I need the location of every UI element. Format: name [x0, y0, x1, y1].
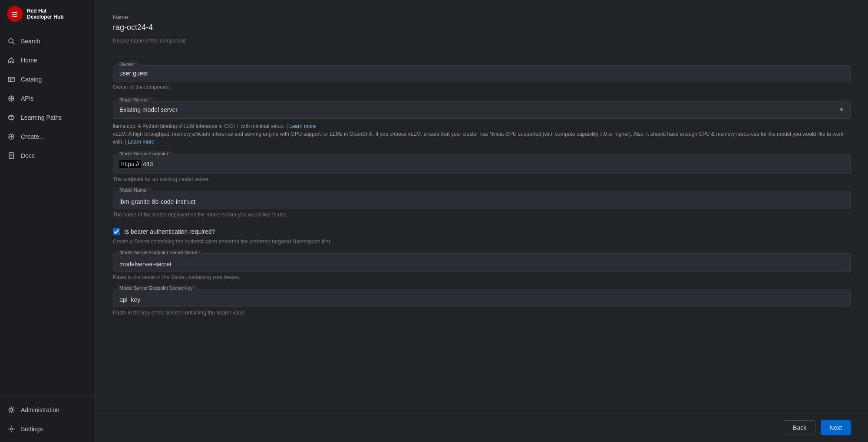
sidebar-bottom: Administration Settings	[0, 396, 95, 442]
owner-value: user:guest	[119, 70, 844, 77]
secret-key-input-wrapper[interactable]: Model Server Endpoint Secret Key *	[113, 289, 851, 307]
learn-more-link-2[interactable]: Learn more	[128, 139, 154, 145]
name-label: Name*	[113, 14, 851, 20]
svg-point-17	[10, 409, 13, 411]
svg-rect-4	[8, 77, 14, 82]
sidebar-brand: Red Hat Developer Hub	[0, 0, 95, 28]
svg-point-18	[10, 428, 13, 430]
sidebar-item-label-create: Create...	[21, 133, 44, 140]
secret-key-float-label: Model Server Endpoint Secret Key *	[118, 285, 198, 291]
bearer-auth-label: Is bearer authentication required?	[124, 228, 215, 235]
sidebar-item-catalog[interactable]: Catalog	[0, 70, 95, 89]
secret-key-section: Model Server Endpoint Secret Key *	[113, 289, 851, 307]
secret-name-section: Model Server Endpoint Secret Name *	[113, 253, 851, 272]
sidebar-item-search[interactable]: Search	[0, 32, 95, 51]
back-button[interactable]: Back	[784, 420, 815, 435]
sidebar: Red Hat Developer Hub Search Home	[0, 0, 96, 442]
secret-name-input-wrapper[interactable]: Model Server Endpoint Secret Name *	[113, 253, 851, 272]
bearer-auth-row: Is bearer authentication required?	[113, 228, 851, 235]
sidebar-item-label-settings: Settings	[21, 426, 43, 432]
brand-line2: Developer Hub	[27, 14, 64, 20]
administration-icon	[7, 406, 16, 414]
next-button[interactable]: Next	[821, 420, 851, 435]
sidebar-item-label-docs: Docs	[21, 152, 35, 159]
endpoint-hint: The endpoint for an existing model serve…	[113, 176, 851, 182]
model-server-info-line2: vLLM: A high throughput, memory efficien…	[113, 131, 844, 145]
model-name-hint: The name of the model deployed on the mo…	[113, 212, 851, 218]
sidebar-item-create[interactable]: Create...	[0, 127, 95, 146]
secret-key-input[interactable]	[119, 296, 844, 303]
bearer-auth-section: Is bearer authentication required? Creat…	[113, 228, 851, 245]
secret-key-hint: Paste in the key of the Secret containin…	[113, 310, 851, 316]
sidebar-nav: Search Home Catalog	[0, 28, 95, 396]
owner-section: Owner * user:guest Owner of the componen…	[113, 65, 851, 90]
model-server-select-inner[interactable]: Existing model server ▼	[113, 101, 850, 118]
model-server-value: Existing model server	[119, 106, 178, 113]
bearer-auth-hint: Create a Secret containing the authentic…	[113, 239, 851, 245]
model-server-info: llama.cpp: A Python binding of LLM infer…	[113, 122, 851, 146]
apis-icon	[7, 94, 16, 103]
model-name-input[interactable]	[119, 198, 844, 205]
sidebar-brand-text: Red Hat Developer Hub	[27, 8, 64, 20]
sidebar-item-label-learning-paths: Learning Paths	[21, 114, 62, 121]
model-name-section: Model Name *	[113, 191, 851, 209]
endpoint-float-label: Model Server Endpoint *	[118, 151, 173, 156]
sidebar-item-docs[interactable]: Docs	[0, 146, 95, 165]
settings-icon	[7, 425, 16, 433]
create-icon	[7, 132, 16, 141]
endpoint-https-prefix: https://	[119, 160, 141, 168]
bottom-actions: Back Next	[96, 413, 868, 442]
model-server-select-wrapper[interactable]: Model Server * Existing model server ▼	[113, 101, 851, 119]
bearer-auth-checkbox[interactable]	[113, 228, 120, 235]
sidebar-item-label-home: Home	[21, 57, 37, 64]
learn-more-link-1[interactable]: Learn more	[289, 123, 316, 129]
model-server-float-label: Model Server *	[118, 97, 153, 102]
secret-name-input[interactable]	[119, 261, 844, 268]
secret-name-hint: Paste in the name of the Secret containi…	[113, 274, 851, 280]
svg-line-3	[13, 43, 14, 44]
sidebar-divider	[0, 165, 95, 393]
learning-paths-icon	[7, 113, 16, 122]
main-content: Name* rag-oct24-4 Unique name of the com…	[96, 0, 868, 442]
endpoint-suffix: :443	[141, 160, 844, 167]
endpoint-input-wrapper[interactable]: Model Server Endpoint * https:// :443	[113, 154, 851, 174]
secret-name-float-label: Model Server Endpoint Secret Name *	[118, 250, 202, 255]
sidebar-item-apis[interactable]: APIs	[0, 89, 95, 108]
sidebar-item-settings[interactable]: Settings	[0, 419, 95, 439]
name-hint: Unique name of the component	[113, 38, 851, 44]
home-icon	[7, 56, 16, 65]
owner-float-label: Owner *	[118, 62, 139, 67]
redhat-logo-icon	[7, 6, 23, 22]
sidebar-item-label-search: Search	[21, 38, 40, 45]
sidebar-item-administration[interactable]: Administration	[0, 400, 95, 419]
chevron-down-icon: ▼	[839, 107, 844, 113]
docs-icon	[7, 151, 16, 160]
catalog-icon	[7, 75, 16, 84]
name-separator	[113, 56, 851, 56]
model-server-section: Model Server * Existing model server ▼	[113, 101, 851, 119]
sidebar-item-label-catalog: Catalog	[21, 76, 42, 83]
name-value: rag-oct24-4	[113, 23, 851, 35]
endpoint-section: Model Server Endpoint * https:// :443	[113, 154, 851, 174]
model-server-info-line1: llama.cpp: A Python binding of LLM infer…	[113, 123, 288, 129]
search-icon	[7, 37, 16, 46]
model-name-input-wrapper[interactable]: Model Name *	[113, 191, 851, 209]
owner-input-wrapper[interactable]: Owner * user:guest	[113, 65, 851, 82]
sidebar-item-learning-paths[interactable]: Learning Paths	[0, 108, 95, 127]
owner-hint: Owner of the component	[113, 84, 851, 90]
sidebar-item-label-apis: APIs	[21, 95, 34, 102]
model-name-float-label: Model Name *	[118, 187, 152, 193]
sidebar-item-home[interactable]: Home	[0, 51, 95, 70]
brand-line1: Red Hat	[27, 8, 64, 14]
sidebar-item-label-administration: Administration	[21, 406, 59, 413]
name-section: Name* rag-oct24-4 Unique name of the com…	[113, 14, 851, 44]
